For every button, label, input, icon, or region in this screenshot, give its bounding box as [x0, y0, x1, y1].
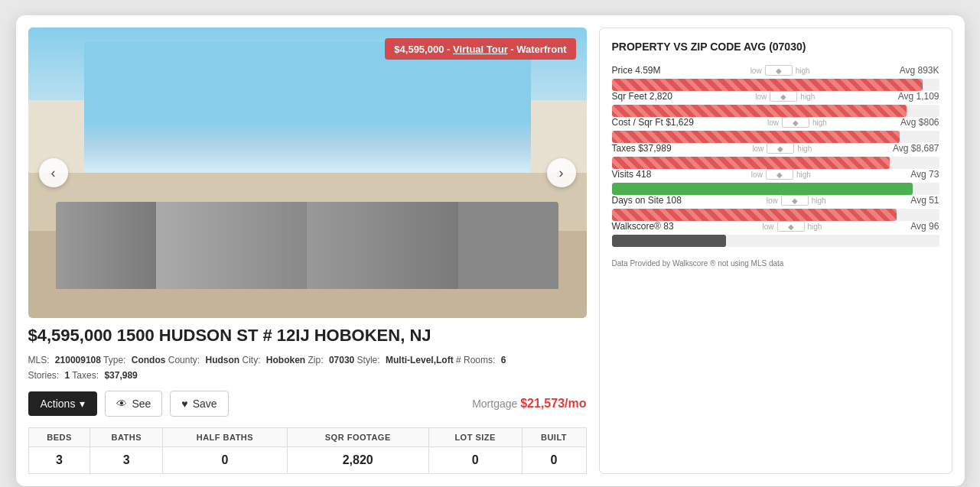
stories-label: Stories: [28, 370, 60, 381]
metric-scale-4: low ◆ high [751, 169, 811, 180]
metric-header-3: Taxes $37,989 low ◆ high Avg $8,687 [612, 143, 939, 154]
metric-row-4: Visits 418 low ◆ high Avg 73 [612, 169, 939, 195]
metric-header-5: Days on Site 108 low ◆ high Avg 51 [612, 195, 939, 206]
mortgage-value: $21,573/mo [520, 397, 586, 410]
left-panel: $4,595,000 - Virtual Tour - Waterfront ‹… [28, 28, 587, 474]
metric-bar-track-0 [612, 79, 939, 91]
metric-avg-4: Avg 73 [910, 169, 939, 180]
metric-label-3: Taxes $37,989 [612, 143, 672, 154]
val-baths: 3 [90, 446, 163, 473]
metric-bar-track-2 [612, 131, 939, 143]
metric-avg-2: Avg $806 [900, 117, 939, 128]
walkscore-note: Data Provided by Walkscore ® not using M… [612, 259, 939, 268]
metric-header-4: Visits 418 low ◆ high Avg 73 [612, 169, 939, 180]
save-label: Save [193, 398, 217, 410]
stories-value: 1 [65, 370, 70, 381]
metric-avg-1: Avg 1,109 [898, 91, 939, 102]
dropdown-icon: ▾ [80, 398, 85, 410]
col-built: BUILT [522, 427, 586, 446]
val-built: 0 [522, 446, 586, 473]
stats-header-row: BEDS BATHS HALF BATHS SQR FOOTAGE LOT SI… [28, 427, 586, 446]
style-label: Style: [357, 355, 380, 365]
metric-scale-6: low ◆ high [763, 221, 822, 232]
see-button[interactable]: 👁 See [105, 391, 162, 417]
metric-header-0: Price 4.59M low ◆ high Avg 893K [612, 65, 939, 76]
metric-scale-3: low ◆ high [752, 143, 812, 154]
type-value: Condos [132, 355, 166, 365]
metric-row-1: Sqr Feet 2,820 low ◆ high Avg 1,109 [612, 91, 939, 117]
taxes-value: $37,989 [104, 370, 137, 381]
metric-bar-track-5 [612, 209, 939, 221]
property-card: $4,595,000 - Virtual Tour - Waterfront ‹… [16, 15, 965, 486]
metric-avg-0: Avg 893K [900, 65, 939, 76]
metric-header-6: Walkscore® 83 low ◆ high Avg 96 [612, 221, 939, 232]
val-beds: 3 [28, 446, 90, 473]
metric-scale-1: low ◆ high [755, 91, 815, 102]
stats-table: BEDS BATHS HALF BATHS SQR FOOTAGE LOT SI… [28, 427, 587, 474]
heart-icon: ♥ [181, 398, 187, 410]
save-button[interactable]: ♥ Save [170, 391, 228, 417]
actions-button[interactable]: Actions ▾ [28, 391, 98, 416]
price-badge: $4,595,000 - Virtual Tour - Waterfront [385, 38, 575, 60]
property-image [28, 28, 587, 318]
property-title: $4,595,000 1500 HUDSON ST # 12IJ HOBOKEN… [28, 326, 587, 346]
metric-row-3: Taxes $37,989 low ◆ high Avg $8,687 [612, 143, 939, 169]
val-half-baths: 0 [163, 446, 288, 473]
metric-row-0: Price 4.59M low ◆ high Avg 893K [612, 65, 939, 91]
zip-value: 07030 [329, 355, 354, 365]
see-label: See [132, 398, 151, 410]
style-value: Multi-Level,Loft [386, 355, 454, 365]
metric-avg-5: Avg 51 [910, 195, 939, 206]
metric-label-5: Days on Site 108 [612, 195, 682, 206]
metric-scale-5: low ◆ high [767, 195, 826, 206]
mls-value: 210009108 [55, 355, 101, 365]
metric-header-1: Sqr Feet 2,820 low ◆ high Avg 1,109 [612, 91, 939, 102]
metric-label-6: Walkscore® 83 [612, 221, 674, 232]
prev-button[interactable]: ‹ [39, 158, 68, 187]
actions-label: Actions [41, 398, 76, 410]
actions-row: Actions ▾ 👁 See ♥ Save Mortgage $21,573/… [28, 391, 587, 417]
val-sqr-footage: 2,820 [287, 446, 428, 473]
metric-row-2: Cost / Sqr Ft $1,629 low ◆ high Avg $806 [612, 117, 939, 143]
next-button[interactable]: › [547, 158, 576, 187]
mortgage-label: Mortgage [472, 398, 517, 410]
metric-row-5: Days on Site 108 low ◆ high Avg 51 [612, 195, 939, 221]
val-lot-size: 0 [428, 446, 522, 473]
col-sqr-footage: SQR FOOTAGE [287, 427, 428, 446]
metric-label-4: Visits 418 [612, 169, 652, 180]
col-lot-size: LOT SIZE [428, 427, 522, 446]
property-meta: MLS: 210009108 Type: Condos County: Huds… [28, 353, 587, 382]
county-value: Hudson [205, 355, 239, 365]
zip-label: Zip: [308, 355, 324, 365]
metric-bar-fill-2 [612, 131, 900, 143]
rooms-label: # Rooms: [456, 355, 495, 365]
metric-bar-fill-4 [612, 183, 913, 195]
metric-scale-2: low ◆ high [767, 117, 827, 128]
metric-bar-fill-3 [612, 157, 890, 169]
metric-label-0: Price 4.59M [612, 65, 661, 76]
metric-bar-track-1 [612, 105, 939, 117]
right-panel: PROPERTY VS ZIP CODE AVG (07030) Price 4… [599, 28, 952, 474]
taxes-label: Taxes: [72, 370, 99, 381]
panel-title: PROPERTY VS ZIP CODE AVG (07030) [612, 41, 939, 53]
property-image-container: $4,595,000 - Virtual Tour - Waterfront ‹… [28, 28, 587, 318]
metric-avg-6: Avg 96 [910, 221, 939, 232]
metric-bar-fill-1 [612, 105, 907, 117]
metric-label-2: Cost / Sqr Ft $1,629 [612, 117, 694, 128]
metric-bar-track-4 [612, 183, 939, 195]
metric-bar-fill-6 [612, 235, 727, 247]
type-label: Type: [103, 355, 125, 365]
metric-avg-3: Avg $8,687 [893, 143, 939, 154]
mortgage-info: Mortgage $21,573/mo [472, 397, 586, 411]
col-baths: BATHS [90, 427, 163, 446]
metric-header-2: Cost / Sqr Ft $1,629 low ◆ high Avg $806 [612, 117, 939, 128]
metric-bar-fill-0 [612, 79, 923, 91]
eye-icon: 👁 [116, 398, 127, 410]
mls-label: MLS: [28, 355, 50, 365]
metric-bar-track-6 [612, 235, 939, 247]
metric-bar-fill-5 [612, 209, 897, 221]
city-label: City: [243, 355, 261, 365]
metric-label-1: Sqr Feet 2,820 [612, 91, 672, 102]
metric-row-6: Walkscore® 83 low ◆ high Avg 96 [612, 221, 939, 247]
col-beds: BEDS [28, 427, 90, 446]
